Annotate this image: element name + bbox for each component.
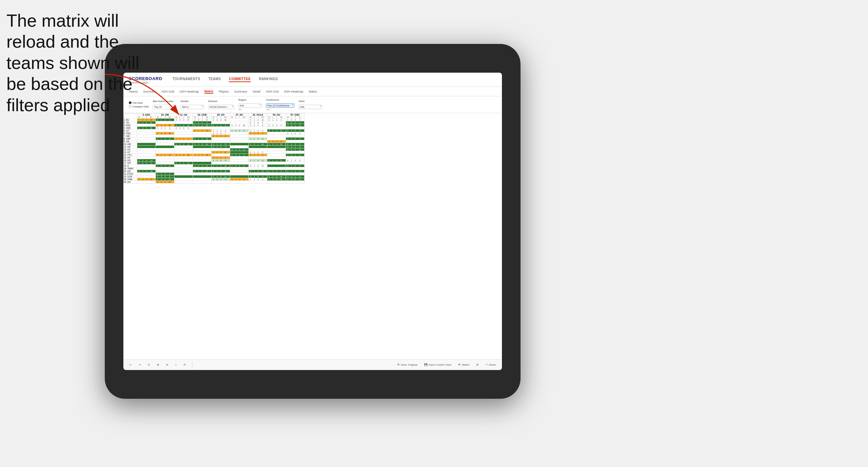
tab-matrix[interactable]: Matrix: [204, 90, 214, 94]
nav-teams[interactable]: TEAMS: [208, 77, 221, 82]
timer-button[interactable]: ⟳: [182, 363, 188, 367]
matrix-cell: [174, 159, 193, 162]
matrix-cell: [267, 167, 286, 170]
matrix-cell: [156, 156, 174, 159]
table-row: 17. GIT100011011: [124, 162, 305, 165]
matrix-cell: [267, 154, 286, 156]
division-select-wrapper: NCAA Division I NCAA Division II NCAA Di…: [208, 103, 234, 109]
tab-h2h-heatmap[interactable]: H2H Heatmap: [180, 90, 199, 93]
matrix-cell: 13011: [174, 143, 193, 146]
matrix-cell: [174, 146, 193, 148]
settings-button[interactable]: ⚙: [474, 363, 481, 367]
table-row: 22. UCB1300140122103210443010: [124, 175, 305, 178]
undo-button[interactable]: ↩: [127, 363, 134, 367]
matrix-cell: 01472: [212, 143, 230, 146]
row-header: 3. ASU: [124, 124, 137, 127]
team-select[interactable]: (All): [298, 105, 322, 109]
matrix-cell: [174, 178, 193, 181]
matrix-cell: 02048: [193, 124, 212, 127]
refresh-button[interactable]: ⊙: [146, 363, 152, 367]
zoom-in-button[interactable]: ⊕: [155, 363, 161, 367]
table-row: 3. ASU0408001020020480100000520000020030…: [124, 124, 305, 127]
share-button[interactable]: ↗ Share: [483, 363, 498, 367]
matrix-cell: 10011: [193, 165, 212, 167]
matrix-cell: [267, 173, 286, 175]
matrix-cell: 0100: [249, 132, 267, 135]
nav-items: TOURNAMENTS TEAMS COMMITTEE RANKINGS: [172, 77, 278, 82]
matrix-cell: 0100: [249, 121, 267, 124]
tab-players-h2h-grid[interactable]: H2H Grid: [266, 90, 279, 93]
matrix-cell: [156, 135, 174, 138]
matrix-cell: 1400: [286, 178, 305, 181]
max-teams-select-wrapper: Top 25 Top 10 Top 50: [153, 103, 176, 109]
row-header: 24. UO: [124, 181, 137, 183]
matrix-cell: [137, 124, 156, 127]
row-header: 19. TAMU: [124, 167, 137, 170]
matrix-cell: [230, 127, 249, 129]
tab-players[interactable]: Players: [219, 90, 229, 93]
row-header: 6. FSU: [124, 132, 137, 135]
watch-button[interactable]: 👁 Watch: [456, 363, 471, 367]
matrix-cell: 3400: [212, 146, 230, 148]
matrix-cell: [156, 140, 174, 143]
save-icon: 💾: [424, 363, 428, 366]
matrix-cell: [137, 146, 156, 148]
matrix-cell: [212, 162, 230, 165]
table-row: 8. UAF01014120001015110110100: [124, 138, 305, 140]
matrix-cell: 1010: [156, 127, 174, 129]
conference-select[interactable]: Pac-12 Conference (All): [266, 103, 294, 108]
matrix-cell: 2103: [249, 175, 267, 178]
matrix-cell: 22012: [212, 151, 230, 154]
gender-select[interactable]: Men's Women's: [180, 105, 204, 109]
matrix-cell: [230, 143, 249, 146]
matrix-cell: 2000: [230, 154, 249, 156]
matrix-cell: [193, 159, 212, 162]
table-row: 10. UW13011130320147220166120531450: [124, 143, 305, 146]
max-teams-select[interactable]: Top 25 Top 10 Top 50: [153, 105, 176, 109]
redo-button[interactable]: ↪: [137, 363, 143, 367]
matrix-cell: 0000: [174, 127, 193, 129]
zoom-out-button[interactable]: ⊖: [164, 363, 170, 367]
filter-team: Team (All): [298, 100, 322, 109]
view-original-button[interactable]: 👁 View: Original: [395, 363, 419, 367]
nav-committee[interactable]: COMMITTEE: [229, 77, 251, 82]
division-select[interactable]: NCAA Division I NCAA Division II NCAA Di…: [208, 105, 234, 109]
matrix-cell: [156, 146, 174, 148]
tab-players-h2h-heatmap[interactable]: H2H Heatmap: [284, 90, 303, 93]
matrix-cell: 20027: [174, 119, 193, 121]
matrix-cell: 1000: [137, 162, 156, 165]
matrix-cell: [212, 121, 230, 124]
matrix-cell: 1002: [230, 129, 249, 132]
matrix-cell: 0100: [212, 156, 230, 159]
matrix-cell: [193, 173, 212, 175]
filter-conference: Conference Pac-12 Conference (All) (All): [266, 99, 294, 110]
region-select[interactable]: N/A: [238, 103, 262, 108]
tab-players-matrix[interactable]: Matrix: [309, 90, 317, 93]
matrix-scroll-area[interactable]: 3. ASU W L T Dif 10. UW: [123, 113, 502, 359]
nav-tournaments[interactable]: TOURNAMENTS: [172, 77, 200, 82]
matrix-cell: 3010: [286, 175, 305, 178]
matrix-cell: [137, 140, 156, 143]
nav-rankings[interactable]: RANKINGS: [259, 77, 278, 82]
matrix-cell: [230, 140, 249, 143]
row-header: 20. UG: [124, 170, 137, 173]
matrix-cell: 0001: [212, 132, 230, 135]
matrix-cell: [249, 181, 267, 183]
matrix-cell: [174, 132, 193, 135]
matrix-cell: 0100: [249, 151, 267, 154]
matrix-cell: 12012: [137, 121, 156, 124]
matrix-cell: [174, 121, 193, 124]
matrix-cell: [174, 151, 193, 154]
tab-h2h-grid[interactable]: H2H Grid: [162, 90, 174, 93]
matrix-cell: 0102: [286, 132, 305, 135]
tab-players-summary[interactable]: Summary: [234, 90, 247, 93]
matrix-cell: [137, 154, 156, 156]
save-custom-view-button[interactable]: 💾 Save Custom View: [422, 363, 453, 367]
matrix-cell: [267, 165, 286, 167]
filter-gender: Gender Men's Women's: [180, 100, 204, 109]
matrix-cell: 12028: [193, 154, 212, 156]
tab-detail[interactable]: Detail: [253, 90, 261, 93]
row-header: 1. AU: [124, 119, 137, 121]
matrix-cell: [249, 127, 267, 129]
fit-button[interactable]: =: [173, 363, 179, 367]
